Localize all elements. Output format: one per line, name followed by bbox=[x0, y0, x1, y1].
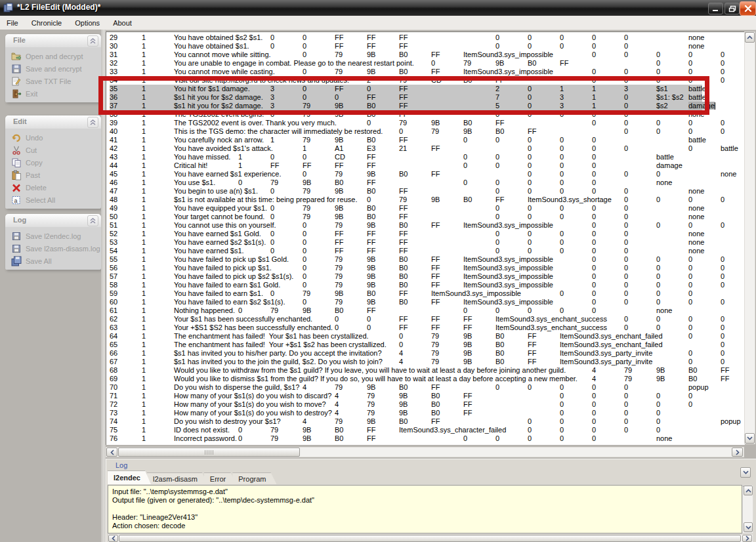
scroll-right-button[interactable] bbox=[732, 448, 743, 457]
table-row[interactable]: 49 1 You have equipped your $s1. 0 79 9B… bbox=[110, 204, 745, 213]
table-row[interactable]: 31 1 You cannot move while sitting. 0 79… bbox=[110, 51, 745, 59]
horizontal-scroll-thumb[interactable] bbox=[118, 448, 300, 457]
sidebar-item-open-and-decrypt[interactable]: Open and decrypt bbox=[5, 50, 101, 62]
table-row[interactable]: 35 1 You hit for $s1 damage. 3 0 FF 0 FF… bbox=[110, 85, 745, 93]
table-row[interactable]: 47 1 You begin to use a(n) $s1. 0 79 9B … bbox=[110, 187, 745, 196]
table-row[interactable]: 61 1 Nothing happened. 0 79 9B B0 FF 0 0… bbox=[110, 306, 745, 315]
close-button[interactable] bbox=[740, 1, 756, 16]
tab-l2endec[interactable]: l2endec bbox=[108, 470, 151, 484]
table-row[interactable]: 32 1 You are unable to engage in combat.… bbox=[110, 59, 745, 68]
sidebar-item-undo[interactable]: Undo bbox=[5, 131, 101, 144]
table-row[interactable]: 51 1 You cannot use this on yourself. 0 … bbox=[110, 221, 745, 230]
log-vertical-scrollbar[interactable] bbox=[742, 485, 753, 533]
table-row[interactable]: 45 1 You have earned $s1 experience. 0 7… bbox=[110, 170, 745, 178]
sidebar-item-save-txt-file[interactable]: Save TXT File bbox=[5, 75, 101, 87]
sidebar-item-select-all[interactable]: aSelect All bbox=[5, 194, 101, 206]
table-row[interactable]: 64 1 The enchantment has failed! Your $s… bbox=[110, 332, 745, 341]
text-caret bbox=[715, 102, 715, 110]
table-row[interactable]: 33 1 You cannot move while casting. 0 79… bbox=[110, 68, 745, 76]
panel-title: File bbox=[13, 36, 26, 44]
panel-body: Save l2endec.logSave l2asm-disasm.logSav… bbox=[5, 227, 101, 270]
table-row[interactable]: 73 1 How many of your $s1(s) do you wish… bbox=[110, 409, 745, 417]
tab-error[interactable]: Error bbox=[204, 472, 236, 484]
table-row[interactable]: 29 1 You have obtained $s2 $s1. 0 0 FF F… bbox=[110, 33, 745, 42]
table-row[interactable]: 62 1 Your $s1 has been successfully ench… bbox=[110, 315, 745, 323]
menu-item-options[interactable]: Options bbox=[68, 17, 106, 29]
scroll-left-button[interactable] bbox=[106, 448, 117, 457]
table-row[interactable]: 67 1 $s1 has invited you to the join the… bbox=[110, 358, 745, 366]
panel-collapse-button[interactable] bbox=[87, 215, 98, 226]
table-row[interactable]: 54 1 You have earned $s1. 0 0 FF FF FF 0… bbox=[110, 247, 745, 255]
scroll-up-button[interactable] bbox=[745, 32, 755, 43]
sidebar-item-save-l2asm-disasm-log[interactable]: Save l2asm-disasm.log bbox=[5, 242, 101, 255]
maximize-button[interactable] bbox=[724, 3, 740, 14]
table-row[interactable]: 38 1 The TGS2002 event begins! 0 79 9B B… bbox=[110, 110, 745, 119]
table-row[interactable]: 57 1 You have failed to pick up $s2 $s1(… bbox=[110, 272, 745, 281]
table-row[interactable]: 75 1 ID does not exist. 0 79 9B B0 FF It… bbox=[110, 426, 745, 434]
sidebar-item-label: Save l2asm-disasm.log bbox=[26, 245, 100, 253]
scroll-down-button[interactable] bbox=[744, 522, 753, 532]
vertical-scroll-thumb[interactable] bbox=[745, 32, 746, 33]
collapse-log-button[interactable] bbox=[740, 467, 751, 478]
table-row[interactable]: 53 1 You have earned $s2 $s1(s). 0 0 FF … bbox=[110, 238, 745, 247]
table-row[interactable]: 46 1 You use $s1. 0 79 9B B0 FF 0 0 0 0 … bbox=[110, 178, 745, 187]
vertical-scroll-thumb[interactable] bbox=[743, 486, 744, 487]
grid-vertical-scrollbar[interactable] bbox=[744, 31, 755, 444]
table-row[interactable]: 36 1 $s1 hit you for $s2 damage. 3 0 0 F… bbox=[110, 93, 745, 102]
table-row[interactable]: 76 1 Incorrect password. 0 79 9B B0 FF 0… bbox=[110, 434, 745, 443]
sidebar-item-delete[interactable]: Delete bbox=[5, 181, 101, 194]
table-row[interactable]: 34 1 Visit our site http://l2org.ru to c… bbox=[110, 76, 745, 85]
table-row[interactable]: 72 1 How many of your $s1(s) do you wish… bbox=[110, 400, 745, 409]
menu-item-file[interactable]: File bbox=[0, 17, 25, 29]
table-row[interactable]: 55 1 You have failed to pick up $s1 Gold… bbox=[110, 255, 745, 264]
menu-item-about[interactable]: About bbox=[106, 17, 138, 29]
table-row[interactable]: 74 1 Do you wish to destroy your $s1? 4 … bbox=[110, 417, 745, 426]
table-row[interactable]: 43 1 You have missed. 1 0 0 CD FF 0 0 0 … bbox=[110, 153, 745, 161]
table-row[interactable]: 71 1 How many of your $s1(s) do you wish… bbox=[110, 392, 745, 400]
editing-cell[interactable]: damage bbox=[688, 102, 715, 110]
table-row[interactable]: 39 1 The TGS2002 event is over. Thank yo… bbox=[110, 119, 745, 127]
table-row[interactable]: 41 1 You carefully nock an arrow. 1 79 9… bbox=[110, 136, 745, 144]
sidebar-item-exit[interactable]: Exit bbox=[5, 87, 101, 100]
delete-icon bbox=[11, 182, 22, 193]
table-row[interactable]: 40 1 This is the TGS demo: the character… bbox=[110, 127, 745, 136]
save-log-icon bbox=[11, 243, 22, 254]
table-row[interactable]: 70 1 Do you wish to disperse the guild, … bbox=[110, 383, 745, 392]
table-row[interactable]: 56 1 You have failed to pick up $s1. 0 7… bbox=[110, 264, 745, 272]
table-row[interactable]: 68 1 Would you like to withdraw from the… bbox=[110, 366, 745, 375]
log-horizontal-scrollbar[interactable] bbox=[108, 534, 753, 542]
scroll-left-button[interactable] bbox=[108, 535, 118, 542]
table-row[interactable]: 44 1 Critical hit! 1 FF FF FF FF 0 0 0 0… bbox=[110, 161, 745, 170]
table-row[interactable]: 42 1 You have avoided $s1's attack. 1 A1… bbox=[110, 144, 745, 153]
table-row[interactable]: 59 1 You have failed to earn $s1. 0 79 9… bbox=[110, 289, 745, 298]
table-row[interactable]: 37 1 $s1 hit you for $s2 damage. 3 79 9B… bbox=[110, 102, 745, 110]
grid-horizontal-scrollbar[interactable] bbox=[106, 447, 744, 457]
sidebar-item-past[interactable]: Past bbox=[5, 169, 101, 181]
sidebar-item-cut[interactable]: Cut bbox=[5, 144, 101, 156]
table-row[interactable]: 66 1 $s1 has invited you to his/her part… bbox=[110, 349, 745, 358]
panel-collapse-button[interactable] bbox=[87, 117, 98, 128]
scroll-down-button[interactable] bbox=[745, 433, 755, 444]
table-row[interactable]: 65 1 The enchantment has failed! Your +$… bbox=[110, 341, 745, 349]
tab-l2asm-disasm[interactable]: l2asm-disasm bbox=[147, 472, 208, 484]
table-row[interactable]: 69 1 Would you like to dismiss $s1 from … bbox=[110, 375, 745, 383]
table-row[interactable]: 30 1 You have obtained $s1. 0 0 FF FF FF… bbox=[110, 42, 745, 51]
scroll-up-button[interactable] bbox=[744, 486, 753, 495]
table-row[interactable]: 58 1 You have failed to earn $s1 Gold. 0… bbox=[110, 281, 745, 289]
sidebar-item-save-l2endec-log[interactable]: Save l2endec.log bbox=[5, 230, 101, 242]
sidebar-item-save-all[interactable]: Save All bbox=[5, 255, 101, 267]
table-row[interactable]: 52 1 You have earned $s1 Gold. 0 0 FF FF… bbox=[110, 230, 745, 238]
scroll-right-button[interactable] bbox=[742, 535, 752, 542]
tab-program[interactable]: Program bbox=[232, 472, 276, 484]
table-row[interactable]: 63 1 Your +$S1 $S2 has been successfully… bbox=[110, 323, 745, 332]
menu-item-chronicle[interactable]: Chronicle bbox=[25, 17, 68, 29]
horizontal-scroll-thumb[interactable] bbox=[119, 535, 741, 542]
sidebar-item-copy[interactable]: Copy bbox=[5, 156, 101, 169]
table-row[interactable]: 60 1 You have failed to earn $s2 $s1(s).… bbox=[110, 298, 745, 306]
minimize-button[interactable] bbox=[708, 3, 723, 14]
panel-collapse-button[interactable] bbox=[87, 35, 98, 47]
table-row[interactable]: 48 1 $s1 is not available at this time: … bbox=[110, 196, 745, 204]
table-row[interactable]: 50 1 Your target cannot be found. 0 79 9… bbox=[110, 213, 745, 221]
sidebar-splitter[interactable] bbox=[101, 30, 106, 542]
sidebar-item-save-and-encrypt[interactable]: Save and encrypt bbox=[5, 62, 101, 75]
